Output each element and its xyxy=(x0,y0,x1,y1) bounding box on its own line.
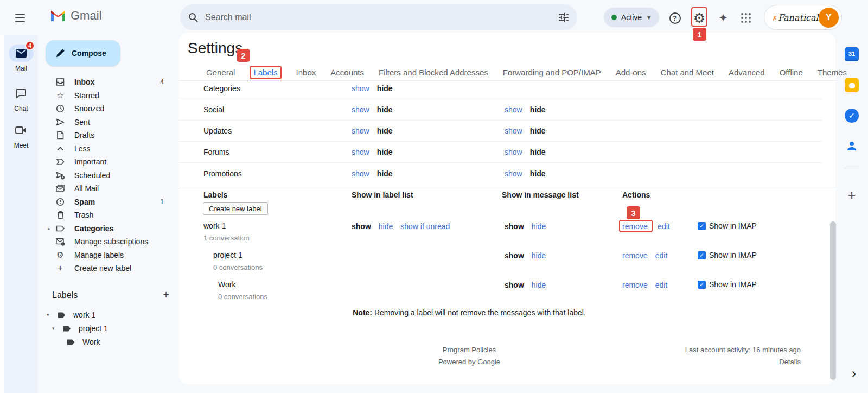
tab-accounts[interactable]: Accounts xyxy=(330,66,364,79)
sidebar-item-create-new-label[interactable]: + Create new label xyxy=(38,262,179,275)
show-link[interactable]: show xyxy=(352,105,369,114)
sidebar-item-manage-labels[interactable]: ⚙ Manage labels xyxy=(38,249,179,262)
show-link[interactable]: show xyxy=(505,105,522,114)
main-menu-icon[interactable] xyxy=(12,11,28,24)
hide-selected[interactable]: hide xyxy=(530,105,546,114)
sidebar-item-all-mail[interactable]: All Mail xyxy=(38,182,179,195)
show-link[interactable]: show xyxy=(352,169,369,178)
hide-selected[interactable]: hide xyxy=(377,126,393,135)
create-label-plus-icon[interactable]: + xyxy=(163,289,169,301)
search-bar[interactable] xyxy=(180,4,577,30)
sidebar-item-manage-subscriptions[interactable]: Manage subscriptions xyxy=(38,235,179,249)
get-addons-icon[interactable]: + xyxy=(847,187,856,204)
gemini-sparkle-icon[interactable]: ✦ xyxy=(715,10,731,26)
help-button[interactable]: ? xyxy=(667,10,683,26)
hide-selected[interactable]: hide xyxy=(377,169,393,178)
remove-link[interactable]: remove xyxy=(622,222,648,231)
create-new-label-button[interactable]: Create new label xyxy=(203,202,268,215)
sidebar-item-snoozed[interactable]: Snoozed xyxy=(38,102,179,116)
settings-panel: Settings 2 General Labels Inbox Accounts… xyxy=(179,33,835,384)
imap-checkbox[interactable]: ✓ xyxy=(698,251,706,259)
show-if-unread-link[interactable]: show if unread xyxy=(400,222,450,231)
imap-checkbox[interactable]: ✓ xyxy=(698,222,706,230)
sidebar-item-categories[interactable]: ▸ Categories xyxy=(38,222,179,236)
collapse-caret-icon[interactable]: ▾ xyxy=(47,312,52,318)
compose-button[interactable]: Compose xyxy=(46,40,120,66)
label-tag-icon xyxy=(63,325,71,332)
rail-item-mail[interactable]: 4 Mail xyxy=(4,45,38,72)
tab-inbox[interactable]: Inbox xyxy=(296,66,316,79)
tab-filters[interactable]: Filters and Blocked Addresses xyxy=(379,66,488,79)
sidebar-item-spam[interactable]: Spam 1 xyxy=(38,195,179,209)
search-icon[interactable] xyxy=(188,12,199,23)
category-row-updates: Updates showhide showhide xyxy=(179,121,822,142)
show-selected[interactable]: show xyxy=(505,281,524,289)
tab-forwarding[interactable]: Forwarding and POP/IMAP xyxy=(503,66,601,79)
hide-selected[interactable]: hide xyxy=(530,148,546,156)
imap-checkbox[interactable]: ✓ xyxy=(698,281,706,289)
edit-link[interactable]: edit xyxy=(655,281,668,289)
show-link[interactable]: show xyxy=(505,148,522,156)
hide-link[interactable]: hide xyxy=(532,251,546,260)
sidebar-item-starred[interactable]: ☆ Starred xyxy=(38,89,179,103)
remove-link[interactable]: remove xyxy=(622,251,648,260)
search-options-icon[interactable] xyxy=(558,11,570,23)
show-link[interactable]: show xyxy=(505,126,522,135)
scrollbar[interactable] xyxy=(830,221,836,380)
tab-general[interactable]: General xyxy=(206,66,235,79)
hide-link[interactable]: hide xyxy=(379,222,393,231)
show-link[interactable]: show xyxy=(352,126,369,135)
search-input[interactable] xyxy=(205,12,558,22)
rail-item-meet[interactable]: Meet xyxy=(4,122,38,149)
hide-selected[interactable]: hide xyxy=(377,84,393,93)
hide-link[interactable]: hide xyxy=(532,281,546,289)
tab-labels[interactable]: Labels xyxy=(250,66,281,79)
show-link[interactable]: show xyxy=(352,84,369,93)
label-tree-item-work1[interactable]: ▾ work 1 xyxy=(47,310,95,319)
expand-caret-icon[interactable]: ▸ xyxy=(48,226,50,231)
show-selected[interactable]: show xyxy=(352,222,371,231)
remove-link[interactable]: remove xyxy=(622,281,648,289)
contacts-icon[interactable] xyxy=(845,140,858,153)
pencil-icon xyxy=(55,48,65,58)
edit-link[interactable]: edit xyxy=(655,251,668,260)
show-link[interactable]: show xyxy=(505,169,522,178)
sidebar-item-sent[interactable]: Sent xyxy=(38,116,179,129)
rail-item-chat[interactable]: Chat xyxy=(4,85,38,112)
hide-selected[interactable]: hide xyxy=(377,105,393,114)
status-chip[interactable]: Active ▼ xyxy=(604,8,659,27)
label-tree-item-project1[interactable]: ▾ project 1 xyxy=(52,324,108,333)
details-link[interactable]: Details xyxy=(685,358,801,366)
tab-addons[interactable]: Add-ons xyxy=(616,66,646,79)
show-link[interactable]: show xyxy=(352,148,369,156)
keep-icon[interactable] xyxy=(845,78,859,92)
tab-advanced[interactable]: Advanced xyxy=(729,66,765,79)
show-selected[interactable]: show xyxy=(505,222,524,231)
program-policies-link[interactable]: Program Policies xyxy=(179,346,760,354)
tasks-icon[interactable]: ✓ xyxy=(845,109,859,123)
sidebar-item-trash[interactable]: Trash xyxy=(38,208,179,222)
settings-gear-button[interactable]: ⚙ xyxy=(691,10,707,26)
hide-selected[interactable]: hide xyxy=(530,126,546,135)
sidebar-item-important[interactable]: Important xyxy=(38,155,179,169)
show-selected[interactable]: show xyxy=(505,251,524,260)
account-pill[interactable]: ✗Fanatical Y xyxy=(764,5,842,30)
label-tree-item-work[interactable]: Work xyxy=(67,338,100,346)
hide-selected[interactable]: hide xyxy=(377,148,393,156)
sidebar-item-inbox[interactable]: Inbox 4 xyxy=(38,75,179,89)
avatar[interactable]: Y xyxy=(819,8,839,28)
footer-links: Program Policies Powered by Google xyxy=(179,346,760,370)
label-row-work1: work 1 1 conversation showhideshow if un… xyxy=(179,220,822,245)
edit-link[interactable]: edit xyxy=(658,222,670,231)
sidebar-item-drafts[interactable]: Drafts xyxy=(38,129,179,142)
tab-chat-meet[interactable]: Chat and Meet xyxy=(661,66,714,79)
sidebar-item-scheduled[interactable]: Scheduled xyxy=(38,169,179,182)
tab-offline[interactable]: Offline xyxy=(780,66,803,79)
sidebar-item-less[interactable]: Less xyxy=(38,142,179,156)
calendar-icon[interactable]: 31 xyxy=(845,47,859,61)
collapse-caret-icon[interactable]: ▾ xyxy=(52,326,58,331)
google-apps-icon[interactable] xyxy=(738,10,754,26)
hide-link[interactable]: hide xyxy=(532,222,546,231)
hide-selected[interactable]: hide xyxy=(530,169,546,178)
chevron-right-icon[interactable]: › xyxy=(846,366,861,381)
